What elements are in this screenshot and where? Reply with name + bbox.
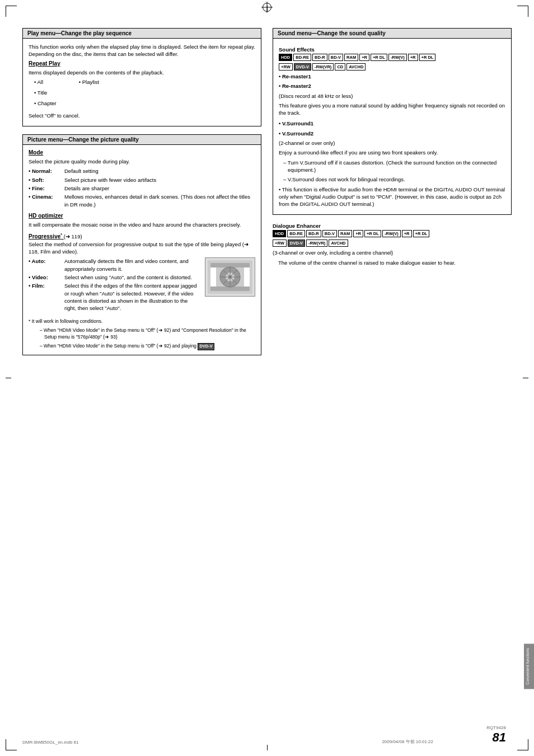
remaster-text: This feature gives you a more natural so… <box>279 102 505 117</box>
repeat-item-playlist: • Playlist <box>79 78 99 86</box>
progressive-items-container: • Auto: Automatically detects the film a… <box>29 257 255 313</box>
hd-optimizer-text: It will compensate the mosaic noise in t… <box>29 221 255 228</box>
dlg-badge-bdv: BD-V <box>322 230 337 237</box>
mode-fine-text: Details are sharper <box>64 185 255 192</box>
mode-cinema-label: • Cinema: <box>29 193 62 208</box>
badge-plusr2: +R <box>408 54 418 61</box>
dlg-badge-avchd: AVCHD <box>329 240 348 247</box>
play-menu-content: This function works only when the elapse… <box>23 39 261 126</box>
progressive-ref: (➜ 119) <box>64 233 82 240</box>
footnotes: * It will work in following conditions. … <box>29 318 255 350</box>
prog-auto-text: Automatically detects the film and video… <box>64 257 200 273</box>
badge-bdv: BD-V <box>329 54 343 61</box>
prog-video-text: Select when using "Auto", and the conten… <box>64 274 200 281</box>
badge-cd: CD <box>335 63 345 71</box>
prog-video: • Video: Select when using "Auto", and t… <box>29 274 200 281</box>
bottom-date: 2009/04/08 午前 10:01:22 <box>382 739 433 745</box>
badge-dvdv: DVD-V <box>294 63 311 71</box>
dlg-badge-hdd: HDD <box>273 230 286 237</box>
prog-film: • Film: Select this if the edges of the … <box>29 282 200 312</box>
mode-cinema-text: Mellows movies, enhances detail in dark … <box>64 193 255 208</box>
mode-normal-label: • Normal: <box>29 167 62 175</box>
repeat-play-title: Repeat Play <box>29 60 255 67</box>
dialogue-badges-row2: +RW DVD-V -RW(VR) AVCHD <box>273 240 512 247</box>
picture-menu-header: Picture menu—Change the picture quality <box>23 135 261 145</box>
dlg-badge-plusr2: +R <box>402 230 412 237</box>
dlg-badge-dvdv: DVD-V <box>288 240 305 247</box>
repeat-play-subtitle: Items displayed depends on the contents … <box>29 69 255 76</box>
prog-auto: • Auto: Automatically detects the film a… <box>29 257 200 273</box>
badge-plusrw: +RW <box>279 63 293 71</box>
play-menu-section: Play menu—Change the play sequence This … <box>22 28 261 126</box>
progressive-star: * <box>60 233 62 237</box>
model-number: RQT9428 <box>486 725 506 730</box>
badge-plusrdl2: +R DL <box>419 54 436 61</box>
main-content: Play menu—Change the play sequence This … <box>22 28 512 363</box>
dlg-badge-plusrw: +RW <box>273 240 287 247</box>
remaster2-label: • Re-master2 <box>279 82 505 90</box>
page-footer: RQT9428 81 <box>486 725 506 745</box>
badge-plusr: +R <box>359 54 369 61</box>
dlg-badge-ram: RAM <box>338 230 352 237</box>
footnote-2: – When "HDMI Video Mode" in the Setup me… <box>29 327 255 341</box>
vsurround-note: (2-channel or over only) <box>279 139 505 147</box>
right-column: Sound menu—Change the sound quality Soun… <box>273 28 512 363</box>
vsurround-dash1: – Turn V.Surround off if it causes disto… <box>279 159 505 174</box>
footnote-3: – When "HDMI Video Mode" in the Setup me… <box>29 343 255 350</box>
dialogue-channel-note: (3-channel or over only, including a cen… <box>273 249 512 256</box>
mode-soft-text: Select picture with fewer video artifact… <box>64 176 255 184</box>
badge-ram: RAM <box>344 54 358 61</box>
progressive-block: Progressive* (➜ 119) <box>29 233 255 241</box>
repeat-cancel-note: Select "Off" to cancel. <box>29 112 255 119</box>
remaster-note: (Discs record at 48 kHz or less) <box>279 92 505 100</box>
sound-badges-row1: HDD BD-RE BD-R BD-V RAM +R +R DL -RW(V) … <box>279 54 505 61</box>
hd-optimizer-title: HD optimizer <box>29 213 255 219</box>
sound-effects-title: Sound Effects <box>279 46 505 53</box>
dialogue-enhancer-block: Dialogue Enhancer HDD BD-RE BD-R BD-V RA… <box>273 223 512 266</box>
sound-menu-header: Sound menu—Change the sound quality <box>273 29 511 39</box>
progressive-intro: Select the method of conversion for prog… <box>29 241 255 256</box>
repeat-play-col2: • Playlist <box>79 78 99 110</box>
vsurround-text: Enjoy a surround-like effect if you are … <box>279 149 505 156</box>
vsurround1-label: • V.Surround1 <box>279 120 505 127</box>
dialogue-text: The volume of the centre channel is rais… <box>273 259 512 266</box>
sound-badges-row2: +RW DVD-V -RW(VR) CD AVCHD <box>279 63 505 71</box>
dlg-badge-plusrdl: +R DL <box>364 230 381 237</box>
bottom-info: DMR-BWB50GL_en.indb 81 <box>22 740 79 745</box>
repeat-play-list: • All • Title • Chapter • Playlist <box>34 78 255 110</box>
repeat-item-all: • All <box>34 78 57 86</box>
picture-menu-content: Mode Select the picture quality mode dur… <box>23 145 261 355</box>
mode-normal-text: Default setting <box>64 167 255 175</box>
page-number: 81 <box>493 730 506 745</box>
play-menu-intro: This function works only when the elapse… <box>29 43 255 58</box>
footnote-1: * It will work in following conditions. <box>29 318 255 325</box>
dlg-badge-plusr: +R <box>353 230 363 237</box>
prog-film-label: • Film: <box>29 282 62 312</box>
mode-fine-label: • Fine: <box>29 185 62 192</box>
dialogue-badges-row1: HDD BD-RE BD-R BD-V RAM +R +R DL -RW(V) … <box>273 230 512 237</box>
repeat-play-col1: • All • Title • Chapter <box>34 78 57 110</box>
dlg-badge-rwvr: -RW(VR) <box>306 240 327 247</box>
remaster1-label: • Re-master1 <box>279 73 505 80</box>
mode-normal: • Normal: Default setting <box>29 167 255 175</box>
left-column: Play menu—Change the play sequence This … <box>22 28 261 363</box>
picture-menu-section: Picture menu—Change the picture quality … <box>22 134 261 355</box>
prog-film-text: Select this if the edges of the film con… <box>64 282 200 312</box>
dlg-badge-rwv: -RW(V) <box>382 230 401 237</box>
mode-fine: • Fine: Details are sharper <box>29 185 255 192</box>
mode-intro: Select the picture quality mode during p… <box>29 158 255 165</box>
play-menu-header: Play menu—Change the play sequence <box>23 29 261 39</box>
mode-soft: • Soft: Select picture with fewer video … <box>29 176 255 184</box>
dlg-badge-plusrdl2: +R DL <box>413 230 430 237</box>
badge-plusrdl: +R DL <box>371 54 387 61</box>
vsurround-dash2: – V.Surround does not work for bilingual… <box>279 176 505 183</box>
badge-rwv: -RW(V) <box>388 54 407 61</box>
prog-video-label: • Video: <box>29 274 62 281</box>
badge-hdd: HDD <box>279 54 292 61</box>
sound-menu-content: Sound Effects HDD BD-RE BD-R BD-V RAM +R… <box>273 39 511 214</box>
hdmi-note: • This function is effective for audio f… <box>279 186 505 208</box>
progressive-title: Progressive* <box>29 233 64 240</box>
badge-rwvr: -RW(VR) <box>312 63 334 71</box>
badge-avchd: AVCHD <box>346 63 366 71</box>
badge-bdr: BD-R <box>312 54 327 61</box>
